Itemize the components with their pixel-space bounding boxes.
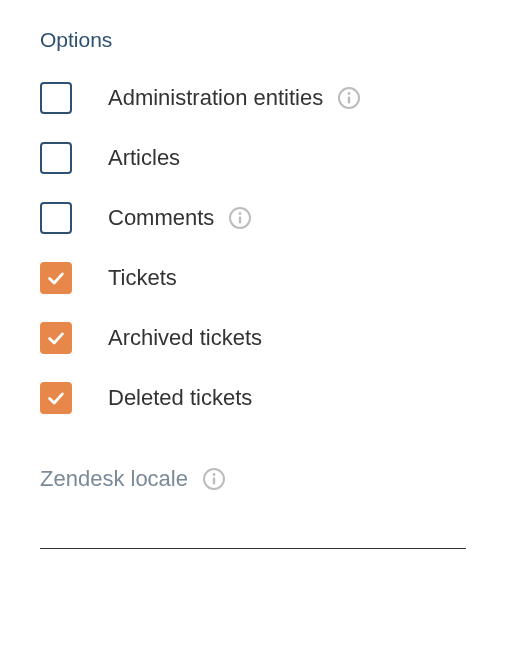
checkbox-archived-tickets[interactable] xyxy=(40,322,72,354)
option-row-articles: Articles xyxy=(40,128,466,188)
option-row-archived-tickets: Archived tickets xyxy=(40,308,466,368)
info-icon[interactable] xyxy=(337,86,361,110)
checkbox-tickets[interactable] xyxy=(40,262,72,294)
options-list: Administration entities Articles Comment… xyxy=(40,68,466,428)
check-icon xyxy=(45,327,67,349)
option-text: Articles xyxy=(108,145,180,171)
info-icon[interactable] xyxy=(202,467,226,491)
option-text: Deleted tickets xyxy=(108,385,252,411)
svg-point-7 xyxy=(213,473,216,476)
section-divider xyxy=(40,548,466,549)
options-section-title: Options xyxy=(40,28,466,52)
checkbox-administration-entities[interactable] xyxy=(40,82,72,114)
option-label: Archived tickets xyxy=(108,325,262,351)
check-icon xyxy=(45,267,67,289)
option-label: Administration entities xyxy=(108,85,361,111)
option-text: Archived tickets xyxy=(108,325,262,351)
info-icon[interactable] xyxy=(228,206,252,230)
check-icon xyxy=(45,387,67,409)
locale-section: Zendesk locale xyxy=(40,466,466,492)
option-text: Comments xyxy=(108,205,214,231)
checkbox-articles[interactable] xyxy=(40,142,72,174)
svg-point-1 xyxy=(348,92,351,95)
svg-rect-5 xyxy=(239,217,241,224)
svg-rect-2 xyxy=(348,97,350,104)
option-row-tickets: Tickets xyxy=(40,248,466,308)
checkbox-comments[interactable] xyxy=(40,202,72,234)
option-text: Administration entities xyxy=(108,85,323,111)
option-text: Tickets xyxy=(108,265,177,291)
option-row-administration-entities: Administration entities xyxy=(40,68,466,128)
option-label: Tickets xyxy=(108,265,177,291)
option-label: Comments xyxy=(108,205,252,231)
checkbox-deleted-tickets[interactable] xyxy=(40,382,72,414)
option-label: Articles xyxy=(108,145,180,171)
option-label: Deleted tickets xyxy=(108,385,252,411)
option-row-comments: Comments xyxy=(40,188,466,248)
svg-point-4 xyxy=(239,212,242,215)
locale-label: Zendesk locale xyxy=(40,466,188,492)
option-row-deleted-tickets: Deleted tickets xyxy=(40,368,466,428)
svg-rect-8 xyxy=(213,478,215,485)
